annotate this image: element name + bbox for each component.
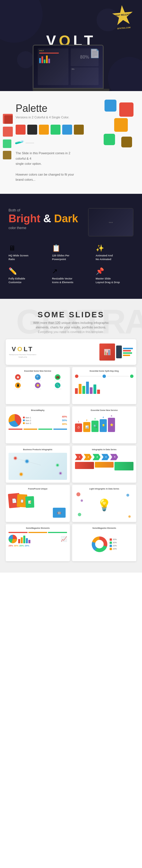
slide-icons-grid: Essential Some New Service ⏰ 🔍 💼 xyxy=(6,367,70,404)
bright-dark-title: Bright & Dark xyxy=(8,213,88,225)
slide3-header: BiracialMaphy xyxy=(8,409,67,411)
right-deco-squares xyxy=(99,102,134,182)
gfxtra-watermark: GFXTRA xyxy=(16,305,142,339)
arrow-5: 5 xyxy=(110,454,118,460)
featured-volt-slide: VOLT Multipurpose Business PresentationT… xyxy=(6,339,136,365)
slide-arrows: Infographic In Data Series 1 2 3 4 xyxy=(72,446,136,483)
slide6-inner: Infographic In Data Series 1 2 3 4 xyxy=(72,446,136,483)
color-swatches xyxy=(15,125,99,134)
slide-pie: BiracialMaphy Item 1 Item 2 xyxy=(6,406,70,443)
volt-tagline: Multipurpose Business PresentationTEMPLA… xyxy=(9,353,36,359)
scatter-2 xyxy=(127,494,129,497)
dark-section: Both of Bright & Dark color theme ●●● 🖥 … xyxy=(0,194,142,299)
pie-legend: Item 1 Item 2 Item 3 xyxy=(23,416,60,424)
slide9-inner: SomeMagazine Elements xyxy=(6,524,70,561)
donut-legend: 30% 30% 20% 20% xyxy=(110,538,117,550)
arrow-3: 3 xyxy=(93,454,101,460)
bulb-content: 💡 xyxy=(75,491,134,519)
both-of-text: Both of xyxy=(8,208,88,212)
slide8-inner: Light Infographic In Data Series 💡 xyxy=(72,485,136,522)
animated-icon: ✨ xyxy=(96,244,104,252)
slide-map: Business Products Infographic xyxy=(6,446,70,483)
volt-logo: VOLT xyxy=(9,345,36,353)
palette-description: The Slide in this Powerpoint comes in 2 … xyxy=(15,151,81,182)
slide6-header: Infographic In Data Series xyxy=(75,448,134,451)
pie-chart xyxy=(8,414,21,427)
donut-chart xyxy=(92,536,107,552)
zigzag-content: 📈 25% 30% 20% 25% xyxy=(8,532,67,547)
arrows-content: 1 2 3 4 5 xyxy=(75,454,134,460)
slide10-inner: SomeMagazine Elements 30% 30% xyxy=(72,524,136,561)
slide1-header: Essential Some New Service xyxy=(8,370,67,372)
slide-timeline: Essential Some Split-Hop-Sing xyxy=(72,367,136,404)
map-lines xyxy=(8,453,67,480)
editable-icon: ✏️ xyxy=(8,267,17,275)
vector-label: Resizable VectorIcons & Elements xyxy=(52,277,73,285)
laptop-mockup: VOLT xyxy=(33,45,109,91)
pie-mini-bars xyxy=(8,429,67,430)
icon-item-6: 🔧 xyxy=(48,382,67,389)
scatter-5 xyxy=(81,499,83,502)
step-2: 2 📊 xyxy=(83,419,90,432)
slide5-header: Business Products Infographic xyxy=(8,448,67,451)
icons-grid: ⏰ 🔍 💼 📱 ⭐ xyxy=(8,374,67,389)
featured-phone xyxy=(116,345,122,358)
feature-slides: 📋 120 Slides PerPowerpoint xyxy=(52,244,90,261)
slide-frame: FramePound Unique 📄 📋 📝 🤖 xyxy=(6,485,70,522)
feature-master: 📌 Master SlideLayout Drag & Drop xyxy=(96,267,134,285)
slide-donut: SomeMagazine Elements 30% 30% xyxy=(72,524,136,561)
slide-steps: Essential Some New Service 1 ⏱ 2 📊 3 🔍 xyxy=(72,406,136,443)
slide9-header: SomeMagazine Elements xyxy=(8,527,67,529)
icon-item-5: ⭐ xyxy=(28,382,47,389)
slide3-inner: BiracialMaphy Item 1 Item 2 xyxy=(6,406,70,443)
arrow-2: 2 xyxy=(84,454,92,460)
bulb-icon: 💡 xyxy=(97,499,111,510)
swatch-red xyxy=(15,125,26,134)
svg-line-1 xyxy=(27,461,41,465)
slides-grid: Essential Some New Service ⏰ 🔍 💼 xyxy=(6,367,136,561)
some-slides-section: GFXTRA SOME SLIDES With more than 120 un… xyxy=(0,299,142,572)
icon-item-4: 📱 xyxy=(8,382,27,389)
feature-vector: ↗ Resizable VectorIcons & Elements xyxy=(52,267,90,285)
amp-text: & xyxy=(43,213,54,224)
slide4-inner: Essential Some New Service 1 ⏱ 2 📊 3 🔍 xyxy=(72,406,136,443)
arrows-bars xyxy=(75,462,134,470)
first-release-badge: FIRST RELEASE GFXTRA.COM xyxy=(111,4,134,30)
zigzag-bars xyxy=(18,535,60,543)
swatch-orange xyxy=(39,125,49,134)
editable-label: Fully EditableCustomize xyxy=(8,277,25,285)
map-bg xyxy=(8,453,67,480)
feature-widescreen: 🖥 HQ Wide ScreenRatio xyxy=(8,244,46,261)
swatch-brown xyxy=(74,125,84,134)
feature-animated: ✨ Animated AndNo Animated xyxy=(96,244,134,261)
swatch-dark xyxy=(27,125,37,134)
badge-first: FIRST RELEASE xyxy=(114,13,132,17)
widescreen-icon: 🖥 xyxy=(8,244,15,252)
slide2-inner: Essential Some Split-Hop-Sing xyxy=(72,367,136,404)
bright-text: Bright xyxy=(8,213,40,224)
step-3: 3 🔍 xyxy=(92,417,99,432)
icon-item-3: 💼 xyxy=(48,374,67,381)
slide-lightbulb: Light Infographic In Data Series 💡 xyxy=(72,485,136,522)
color-theme-text: color theme xyxy=(8,226,88,230)
step-1: 1 ⏱ xyxy=(75,420,82,432)
slide8-header: Light Infographic In Data Series xyxy=(75,488,134,490)
scatter-4 xyxy=(128,516,131,518)
animated-label: Animated AndNo Animated xyxy=(96,254,113,261)
pie-content: Item 1 Item 2 Item 3 40% 30% xyxy=(8,414,67,427)
slide5-inner: Business Products Infographic xyxy=(6,446,70,483)
palette-subtitle: Versions in 2 Colorful & 4 Single Color. xyxy=(15,116,99,119)
steps-content: 1 ⏱ 2 📊 3 🔍 4 💡 xyxy=(75,415,134,432)
slide4-header: Essential Some New Service xyxy=(75,409,134,411)
vector-icon: ↗ xyxy=(52,267,58,275)
icon-item-2: 🔍 xyxy=(28,374,47,381)
hero-section: FIRST RELEASE GFXTRA.COM VOLT Multipurpo… xyxy=(0,0,142,91)
scatter-1 xyxy=(76,492,80,496)
dark-laptop: ●●● xyxy=(88,208,134,237)
icon-item-1: ⏰ xyxy=(8,374,27,381)
step-5: 5 ⭐ xyxy=(108,415,115,432)
swatch-blue xyxy=(62,125,72,134)
donut-content: 30% 30% 20% 20% xyxy=(75,530,134,558)
slide1-inner: Essential Some New Service ⏰ 🔍 💼 xyxy=(6,367,70,404)
frame-robot: 🤖 xyxy=(53,508,66,518)
